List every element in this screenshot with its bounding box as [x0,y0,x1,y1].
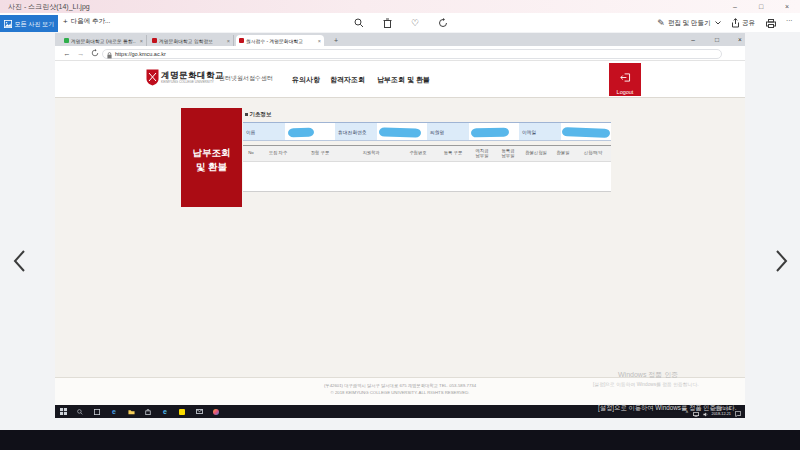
field-mobile: 휴대전화번호 [335,123,427,140]
tab3-close-icon[interactable]: × [318,38,321,44]
browser-tab-active[interactable]: 원서접수 - 계명문화대학교 × [236,35,324,46]
tab1-title: 계명문화대학교 (새로운 통합.. [71,38,138,44]
col-exam-number: 수험번호 [399,151,437,156]
col-tuition-date: 등록금 납부일 [495,149,521,159]
site-logo-subtitle: KEIMYUNG COLLEGE UNIVERSITY [161,80,214,84]
page-content: 납부조회 및 환불 기초정보 이름 휴대전화번호 회원명 [55,98,745,377]
browser-tab-2[interactable]: 계명문화대학교 입학정보 × [149,35,234,46]
site-header: 계명문화대학교 KEIMYUNG COLLEGE UNIVERSITY 인터넷원… [55,61,745,98]
window-title: 사진 - 스크린샷(14)_LI.jpg [8,2,90,12]
share-button[interactable]: 공유 [742,19,755,28]
add-to-label: 다음에 추가... [71,17,111,26]
tab3-favicon [239,38,244,43]
tab2-close-icon[interactable]: × [227,38,230,44]
basic-info-panel: 기초정보 이름 휴대전화번호 회원명 이메일 [243,111,611,281]
url-field[interactable]: https://go.kmcu.ac.kr [102,49,722,59]
see-all-photos-button[interactable]: 모든 사진 보기 [0,15,58,33]
inner-photos-icon [212,408,220,416]
new-tab-button[interactable]: + [331,35,341,46]
photos-titlebar: 사진 - 스크린샷(14)_LI.jpg – □ × [0,0,800,13]
inner-kakaotalk-icon [178,408,186,416]
tab1-close-icon[interactable]: × [140,38,143,44]
browser-minimize-button[interactable]: – [683,33,703,46]
inner-ie-icon: e [161,408,169,416]
redacted-name-value [288,128,314,138]
footer-copyright: © 2018 KEIMYUNG COLLEGE UNIVERSITY. ALL … [55,390,745,397]
delete-icon[interactable] [380,16,394,30]
sidebar-payment-refund-box: 납부조회 및 환불 [181,108,242,207]
bullet-icon [245,113,248,116]
forward-icon[interactable]: → [77,49,85,58]
browser-tab-1[interactable]: 계명문화대학교 (새로운 통합.. × [61,35,147,46]
col-department: 지원학과 [343,151,399,156]
chevron-down-icon [714,16,722,30]
field-name-label: 이름 [243,123,285,140]
sidebar-title-line2: 및 환불 [196,161,227,172]
next-photo-button[interactable] [772,248,790,274]
col-deposit-date: 예치금 납부일 [469,149,495,159]
edit-create-button[interactable]: 편집 및 만들기 [668,19,711,28]
photos-collection-icon [4,20,12,29]
zoom-icon[interactable] [352,16,366,30]
tab2-title: 계명문화대학교 입학정보 [159,38,225,44]
reload-icon[interactable] [91,49,99,59]
inner-watermark-line2: [설정]으로 이동하여 Windows를 정품 인증합니다. [593,381,699,387]
table-header-row: No 모집 차수 전형 구분 지원학과 수험번호 등록 구분 예치금 납부일 등… [243,145,611,162]
inner-search-icon [76,408,84,416]
basic-info-field-row: 이름 휴대전화번호 회원명 이메일 [243,122,611,141]
minimize-button[interactable]: – [722,0,748,13]
field-member: 회원명 [427,123,519,140]
edit-pencil-icon[interactable]: ✎ [654,16,668,30]
col-admission-type: 전형 구분 [297,151,343,156]
nav-item-pass-lookup[interactable]: 합격자조회 [330,75,365,85]
inner-start-icon [59,408,67,416]
back-icon[interactable]: ← [63,49,71,58]
browser-maximize-button[interactable]: □ [707,33,727,46]
inner-watermark-line1: Windows 정품 인증 [618,370,678,380]
browser-tabbar: 계명문화대학교 (새로운 통합.. × 계명문화대학교 입학정보 × 원서접수 … [55,33,745,46]
print-icon[interactable] [764,16,778,30]
col-round: 모집 차수 [259,151,297,156]
tab3-title: 원서접수 - 계명문화대학교 [246,38,316,44]
field-name: 이름 [243,123,335,140]
col-registration-type: 등록 구분 [437,151,469,156]
col-refund-date: 환불일 [551,151,575,156]
browser-close-button[interactable]: × [730,33,750,46]
col-no: No [243,151,259,156]
share-icon[interactable] [728,16,742,30]
previous-photo-button[interactable] [10,248,28,274]
section-title: 기초정보 [245,111,272,118]
more-button[interactable]: ··· [786,17,793,24]
application-center-label: 인터넷원서접수센터 [219,74,273,83]
inner-explorer-icon [127,408,135,416]
nav-item-notice[interactable]: 유의사항 [292,75,320,85]
rotate-icon[interactable] [436,16,450,30]
maximize-button[interactable]: □ [748,0,774,13]
logout-door-icon [609,68,641,86]
col-refund-request-date: 환불신청일 [521,151,551,156]
url-text: https://go.kmcu.ac.kr [115,51,166,57]
inner-taskview-icon [93,408,101,416]
plus-icon: + [63,17,68,26]
inner-mail-icon [195,408,203,416]
redacted-email-value [562,127,610,138]
table-empty-body [243,162,611,192]
field-email-label: 이메일 [519,123,561,140]
close-button[interactable]: × [774,0,800,13]
inner-edge-icon: e [110,408,118,416]
logout-label: Logout [609,89,641,95]
logout-button[interactable]: Logout [609,63,641,96]
field-member-label: 회원명 [427,123,469,140]
field-mobile-label: 휴대전화번호 [335,123,377,140]
nav-item-payment-refund[interactable]: 납부조회 및 환불 [377,75,430,85]
redacted-member-value [471,128,509,138]
inner-store-icon [144,408,152,416]
favorite-heart-icon[interactable]: ♡ [408,16,422,30]
add-to-button[interactable]: + 다음에 추가... [63,17,110,26]
taskbar [0,430,800,450]
field-email: 이메일 [519,123,611,140]
university-emblem-icon [146,69,159,90]
sidebar-title-line1: 납부조회 [193,147,231,158]
tab2-favicon [152,38,157,43]
col-apply-cancel: 신청/해약 [575,151,611,156]
